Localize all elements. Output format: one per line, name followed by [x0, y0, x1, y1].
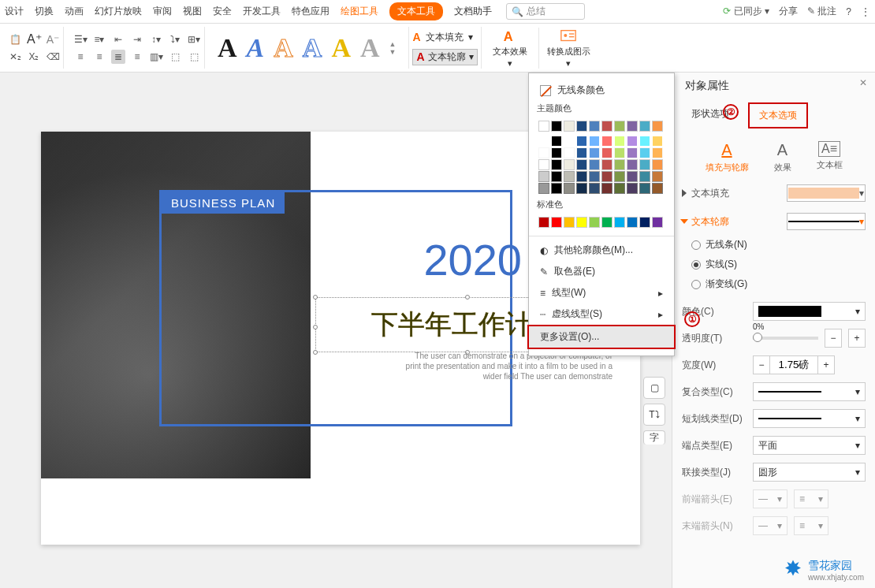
color-swatch[interactable]	[551, 217, 562, 228]
wordart-style-3[interactable]: A	[274, 33, 293, 63]
dd-line-style[interactable]: ≡线型(W)▸	[529, 282, 674, 303]
color-swatch[interactable]	[639, 136, 650, 147]
wordart-gallery[interactable]: A A A A A A ▲▼	[211, 33, 402, 63]
select-arrow-end-size[interactable]: ≡▾	[794, 516, 828, 535]
color-swatch[interactable]	[551, 147, 562, 158]
ft-frame[interactable]: ▢	[643, 377, 665, 399]
color-swatch[interactable]	[601, 217, 612, 228]
width-field[interactable]	[770, 355, 817, 374]
color-swatch[interactable]	[627, 147, 638, 158]
menu-view[interactable]: 视图	[183, 5, 202, 18]
color-swatch[interactable]	[576, 183, 587, 194]
text-outline-swatch[interactable]: ▾	[787, 213, 866, 230]
text-fill-button[interactable]: 文本填充	[426, 31, 464, 44]
color-swatch[interactable]	[564, 159, 575, 170]
indent-dec[interactable]: ⇤	[111, 32, 125, 47]
color-swatch[interactable]	[589, 159, 600, 170]
select-arrow-start-size[interactable]: ≡▾	[794, 489, 828, 508]
color-swatch[interactable]	[589, 171, 600, 182]
color-swatch[interactable]	[639, 147, 650, 158]
color-swatch[interactable]	[564, 217, 575, 228]
menu-slideshow[interactable]: 幻灯片放映	[95, 5, 142, 18]
text-outline-button[interactable]: A 文本轮廓 ▾	[412, 49, 477, 65]
color-swatch[interactable]	[614, 136, 625, 147]
color-swatch[interactable]	[564, 136, 575, 147]
color-swatch[interactable]	[627, 136, 638, 147]
select-arrow-start-type[interactable]: —▾	[753, 489, 788, 508]
color-swatch[interactable]	[589, 147, 600, 158]
help-icon[interactable]: ?	[846, 6, 851, 17]
color-swatch[interactable]	[639, 171, 650, 182]
convert-chart-button[interactable]: 转换成图示 ▾	[538, 28, 595, 69]
share-button[interactable]: 分享	[779, 5, 798, 18]
tab-text-options[interactable]: 文本选项	[748, 102, 808, 128]
color-swatch[interactable]	[627, 183, 638, 194]
radio-no-line[interactable]: 无线条(N)	[691, 238, 866, 251]
transparency-plus[interactable]: +	[848, 329, 866, 348]
text-effect-button[interactable]: A 文本效果 ▾	[488, 28, 532, 69]
color-swatch[interactable]	[564, 147, 575, 158]
annotate-button[interactable]: ✎ 批注	[807, 5, 836, 18]
menu-feature[interactable]: 特色应用	[292, 5, 330, 18]
color-swatch[interactable]	[538, 183, 549, 194]
wordart-style-2[interactable]: A	[247, 33, 265, 63]
menu-dev[interactable]: 开发工具	[243, 5, 281, 18]
subscript[interactable]: X₂	[27, 50, 41, 64]
color-swatch[interactable]	[551, 136, 562, 147]
select-join[interactable]: 圆形▾	[753, 463, 866, 482]
menu-anim[interactable]: 动画	[65, 5, 84, 18]
menu-transition[interactable]: 切换	[35, 5, 54, 18]
width-plus[interactable]: +	[817, 355, 835, 374]
dd-more-colors[interactable]: ◐其他轮廓颜色(M)...	[529, 240, 674, 261]
color-swatch[interactable]	[551, 159, 562, 170]
color-swatch[interactable]	[639, 183, 650, 194]
color-swatch[interactable]	[614, 183, 625, 194]
color-swatch[interactable]	[652, 147, 663, 158]
color-swatch[interactable]	[538, 136, 549, 147]
select-dash[interactable]: ▾	[753, 409, 866, 428]
menu-review[interactable]: 审阅	[153, 5, 172, 18]
color-swatch[interactable]	[627, 159, 638, 170]
search-box[interactable]: 🔍 总结	[506, 3, 585, 20]
select-color[interactable]: ▾	[753, 302, 866, 321]
color-swatch[interactable]	[614, 147, 625, 158]
color-swatch[interactable]	[652, 171, 663, 182]
color-swatch[interactable]	[551, 121, 562, 132]
color-swatch[interactable]	[614, 217, 625, 228]
align-center[interactable]: ≡	[92, 50, 106, 64]
align-justify[interactable]: ≣	[111, 50, 125, 64]
wordart-style-5[interactable]: A	[331, 33, 351, 63]
color-swatch[interactable]	[589, 183, 600, 194]
menu-security[interactable]: 安全	[213, 5, 232, 18]
columns[interactable]: ▥▾	[149, 50, 163, 64]
color-swatch[interactable]	[538, 217, 549, 228]
wordart-style-1[interactable]: A	[218, 33, 237, 63]
text-fill-swatch[interactable]: ▾	[787, 184, 866, 202]
color-swatch[interactable]	[538, 159, 549, 170]
indent-right[interactable]: ⬚	[187, 50, 201, 64]
color-swatch[interactable]	[551, 183, 562, 194]
dd-no-line[interactable]: 无线条颜色	[529, 80, 674, 101]
color-swatch[interactable]	[576, 171, 587, 182]
color-swatch[interactable]	[614, 159, 625, 170]
indent-left[interactable]: ⬚	[168, 50, 182, 64]
subtab-fill-outline[interactable]: A 填充与轮廓	[706, 141, 749, 173]
color-swatch[interactable]	[601, 136, 612, 147]
color-swatch[interactable]	[639, 159, 650, 170]
color-swatch[interactable]	[601, 121, 612, 132]
color-swatch[interactable]	[589, 136, 600, 147]
menu-texttools[interactable]: 文本工具	[389, 2, 443, 20]
color-swatch[interactable]	[652, 217, 663, 228]
bullets[interactable]: ☰▾	[73, 32, 88, 47]
dd-eyedropper[interactable]: ✎取色器(E)	[529, 261, 674, 282]
select-arrow-end-type[interactable]: —▾	[753, 516, 788, 535]
section-text-outline[interactable]: 文本轮廓 ▾	[682, 213, 866, 230]
more-icon[interactable]: ⋮	[861, 6, 870, 17]
wordart-style-6[interactable]: A	[360, 33, 380, 63]
select-cap[interactable]: 平面▾	[753, 436, 866, 455]
numbering[interactable]: ≡▾	[92, 32, 106, 47]
color-swatch[interactable]	[589, 217, 600, 228]
color-swatch[interactable]	[601, 183, 612, 194]
subtab-textbox[interactable]: A≡ 文本框	[817, 141, 843, 173]
radio-gradient[interactable]: 渐变线(G)	[691, 277, 866, 291]
